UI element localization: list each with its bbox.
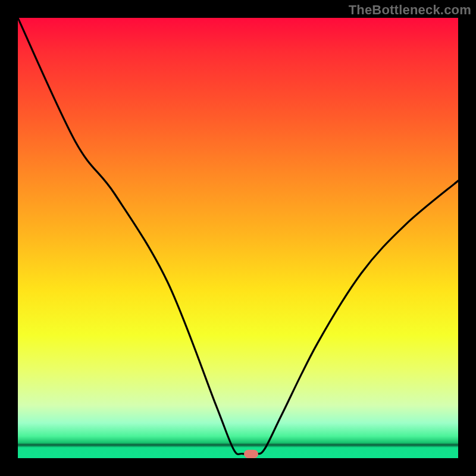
bottleneck-curve (18, 18, 458, 458)
optimal-marker (244, 450, 258, 458)
plot-area (18, 18, 458, 458)
chart-frame: TheBottleneck.com (0, 0, 476, 476)
watermark: TheBottleneck.com (349, 2, 471, 18)
